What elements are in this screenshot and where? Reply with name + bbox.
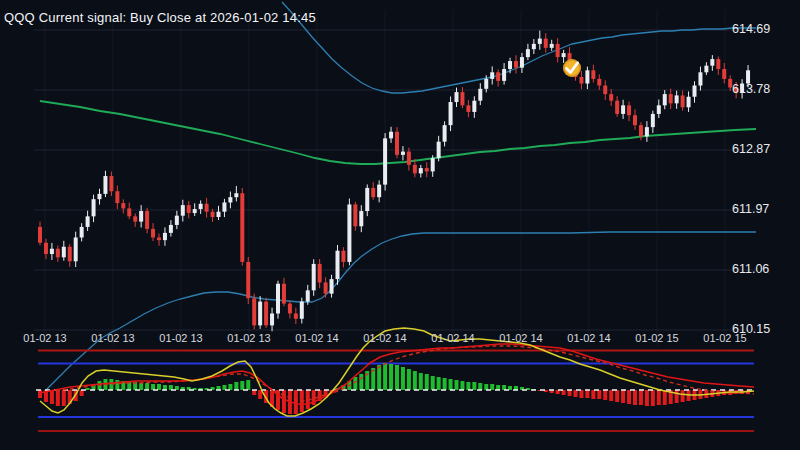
candle-body (693, 86, 697, 97)
hist-bar-up (484, 384, 488, 390)
candle-body (288, 304, 292, 314)
hist-bar-up (425, 374, 429, 390)
hist-bar-down (615, 390, 619, 402)
hist-bar-up (389, 364, 393, 390)
candle-body (431, 158, 435, 171)
candle-body (181, 205, 185, 216)
hist-bar-down (80, 390, 84, 396)
candle-body (377, 185, 381, 198)
candle-body (157, 237, 161, 240)
hist-bar-down (657, 390, 661, 405)
hist-bar-down (633, 390, 637, 405)
candle-body (270, 313, 274, 325)
hist-bar-up (455, 380, 459, 390)
y-axis-label: 612.87 (732, 142, 770, 156)
candle-body (264, 302, 268, 326)
candle-body (300, 302, 304, 319)
candle-body (50, 249, 54, 254)
candle-body (520, 57, 524, 68)
x-axis-label: 01-02 13 (227, 332, 270, 344)
lower-band-line (44, 232, 756, 392)
candle-body (121, 203, 125, 208)
trading-chart-window: QQQ Current signal: Buy Close at 2026-01… (0, 0, 800, 450)
candle-body (211, 212, 215, 217)
candle-body (193, 209, 197, 213)
candle-body (627, 105, 631, 115)
hist-bar-down (294, 390, 298, 414)
candle-body (371, 188, 375, 197)
candle-body (306, 290, 310, 301)
candle-body (645, 127, 649, 136)
hist-bar-up (419, 373, 423, 390)
hist-bar-up (460, 381, 464, 390)
hist-bar-up (437, 377, 441, 390)
candle-body (240, 193, 244, 262)
candle-body (609, 94, 613, 101)
candle-body (44, 243, 48, 254)
horizontal-gridlines (34, 30, 756, 330)
candle-body (591, 70, 595, 79)
candle-body (359, 211, 363, 226)
x-axis-label: 01-02 14 (363, 332, 406, 344)
candle-body (633, 115, 637, 125)
hist-bar-up (228, 384, 232, 390)
hist-bar-up (490, 384, 494, 390)
candle-body (133, 216, 137, 221)
hist-bar-down (585, 390, 589, 398)
hist-bar-up (377, 365, 381, 390)
candle-body (205, 204, 209, 212)
hist-bar-down (675, 390, 679, 403)
candle-body (252, 298, 256, 325)
candle-body (603, 86, 607, 95)
hist-bar-up (234, 382, 238, 390)
trend-line-dashed (56, 346, 754, 401)
candle-body (347, 204, 351, 261)
candle-body (478, 89, 482, 101)
candle-body (437, 142, 441, 159)
candle-body (687, 97, 691, 108)
candle-body (484, 79, 488, 89)
hist-bar-up (359, 374, 363, 390)
candle-body (294, 313, 298, 318)
candle-body (353, 204, 357, 226)
hist-bar-up (431, 376, 435, 390)
candle-body (514, 61, 518, 68)
candle-body (716, 59, 720, 69)
candle-body (276, 284, 280, 314)
candle-body (704, 66, 708, 73)
candle-body (199, 204, 203, 209)
candle-body (139, 211, 143, 222)
upper-band-line (282, 2, 756, 93)
hist-bar-up (401, 367, 405, 390)
hist-bar-up (115, 380, 119, 390)
candle-body (538, 39, 542, 44)
candle-body (585, 70, 589, 83)
hist-bar-up (157, 384, 161, 390)
hist-bar-down (621, 390, 625, 403)
candle-body (455, 92, 459, 102)
candle-body (80, 227, 84, 238)
candle-body (401, 152, 405, 155)
candle-body (657, 105, 661, 114)
x-axis-label: 01-02 15 (635, 332, 678, 344)
candle-body (466, 105, 470, 112)
candle-body (502, 69, 506, 81)
candle-body (92, 199, 96, 216)
candle-body (651, 114, 655, 127)
candle-body (217, 212, 221, 217)
candle-body (490, 72, 494, 79)
candle-body (615, 101, 619, 114)
hist-bar-down (591, 390, 595, 399)
hist-bar-up (240, 381, 244, 390)
candle-body (56, 249, 60, 258)
y-axis-label: 611.97 (732, 202, 769, 216)
hist-bar-down (603, 390, 607, 400)
candle-body (562, 53, 566, 57)
hist-bar-up (86, 388, 90, 390)
hist-bar-up (413, 371, 417, 390)
candle-body (472, 101, 476, 112)
candle-body (639, 125, 643, 136)
y-axis-label: 614.69 (732, 22, 770, 36)
candle-body (282, 284, 286, 304)
candle-body (103, 176, 107, 194)
